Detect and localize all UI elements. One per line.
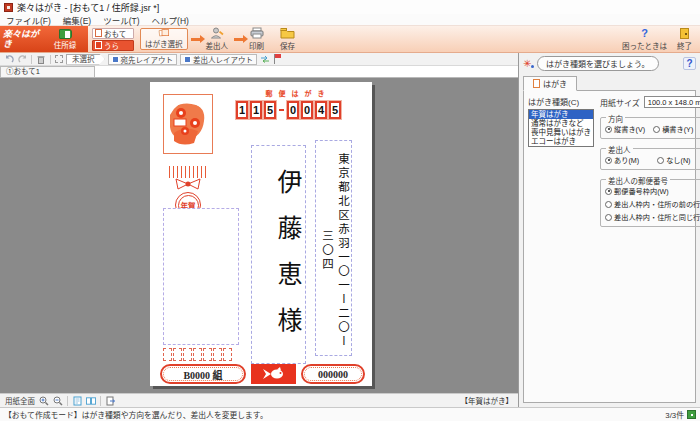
recipient-layout-button[interactable]: 宛先レイアウト — [108, 54, 178, 65]
fit-page-button[interactable]: 用紙全面 — [5, 395, 35, 406]
recipient-name-field[interactable]: 伊藤恵様 — [251, 145, 306, 364]
logo-block: 楽々はがき 住所録 — [0, 26, 88, 52]
radio-zip-frame[interactable]: 郵便番号枠内(W) — [605, 186, 700, 196]
sender-layout-icon — [184, 56, 191, 63]
sender-button[interactable]: 差出人 — [201, 26, 234, 52]
radio-sender-yes[interactable]: あり(M) — [605, 155, 639, 165]
window-title: 楽々はがき - [おもて1 / 住所録.jsr *] — [17, 1, 159, 14]
postal-digit: 1 — [250, 101, 262, 119]
separator — [100, 396, 101, 406]
menu-file[interactable]: ファイル(F) — [6, 14, 51, 26]
hagaki-options-section: 用紙サイズ 100.0 x 148.0 mm 方向 縦書き(V) 横書き(Y) — [600, 96, 700, 397]
zoom-in-icon[interactable] — [39, 396, 49, 406]
recipient-layout-icon — [112, 56, 119, 63]
panel-help-icon[interactable]: ? — [683, 57, 696, 70]
stamp-fringe-icon — [169, 166, 207, 178]
select-hagaki-button[interactable]: はがき選択 — [140, 28, 188, 50]
panel-body: はがき種類(C) 年賀はがき 通常はがきなど 喪中見舞いはがき エコーはがき 用… — [523, 90, 696, 403]
separator — [50, 55, 51, 64]
tab-front-1[interactable]: ①おもて1 — [0, 66, 95, 77]
flow-arrow-icon — [191, 38, 200, 41]
document-tabs: ①おもて1 — [0, 66, 518, 78]
help-button[interactable]: ? 困ったときは — [617, 26, 672, 52]
workspace: 未選択 宛先レイアウト 差出人レイアウト ①おもて1 郵便はがき 1 — [0, 53, 700, 407]
menu-help[interactable]: ヘルプ(H) — [152, 14, 189, 26]
stamp-area — [163, 94, 213, 154]
radio-horizontal-writing[interactable]: 横書き(Y) — [653, 124, 693, 134]
radio-icon — [605, 201, 612, 208]
menu-tools[interactable]: ツール(T) — [103, 14, 139, 26]
address-book-button[interactable]: 住所録 — [42, 29, 88, 50]
postal-hyphen — [279, 109, 284, 111]
delete-icon[interactable] — [36, 54, 46, 64]
app-icon — [4, 3, 13, 12]
radio-icon — [605, 126, 612, 133]
main-toolbar: 楽々はがき 住所録 おもて うら はがき選択 差出人 — [0, 26, 700, 53]
radio-zip-before-address[interactable]: 差出人枠内・住所の前の行(B) — [605, 199, 700, 209]
sender-postal-box — [193, 348, 202, 361]
radio-icon — [657, 157, 664, 164]
sender-layout-button[interactable]: 差出人レイアウト — [180, 54, 257, 65]
flag-icon[interactable] — [273, 54, 282, 64]
radio-icon — [605, 214, 612, 221]
exit-button[interactable]: 終了 — [672, 26, 700, 52]
sender-postal-box — [183, 348, 192, 361]
front-page-icon — [95, 29, 102, 37]
list-item[interactable]: 年賀はがき — [529, 110, 593, 119]
export-page-icon[interactable] — [105, 396, 115, 406]
selection-frame-icon[interactable] — [55, 55, 63, 63]
paper-size-label: 用紙サイズ — [600, 97, 640, 108]
list-item[interactable]: 喪中見舞いはがき — [529, 128, 593, 137]
radio-zip-same-line[interactable]: 差出人枠内・住所と同じ行(J) — [605, 212, 700, 222]
radio-icon — [605, 188, 612, 195]
sender-person-icon — [210, 27, 224, 39]
list-item[interactable]: エコーはがき — [529, 137, 593, 146]
canvas[interactable]: 郵便はがき 1 1 5 0 0 4 5 — [0, 78, 518, 393]
separator — [67, 396, 68, 406]
selection-state: 未選択 — [66, 54, 105, 65]
hagaki-type-label: はがき種類(C) — [528, 96, 594, 107]
help-icon: ? — [641, 28, 648, 39]
page-view-icon[interactable] — [72, 396, 82, 406]
undo-icon[interactable] — [4, 54, 14, 64]
postal-digit: 0 — [301, 101, 313, 119]
sparkle-icon — [523, 58, 534, 69]
list-item[interactable]: 通常はがきなど — [529, 119, 593, 128]
redo-icon[interactable] — [17, 54, 27, 64]
sender-postal-box — [223, 348, 232, 361]
front-back-toggle: おもて うら — [88, 26, 138, 52]
save-button[interactable]: 保存 — [275, 26, 300, 52]
radio-sender-no[interactable]: なし(N) — [657, 155, 690, 165]
tab-hagaki[interactable]: はがき — [523, 76, 577, 91]
zoom-bar: 用紙全面 【年賀はがき】 — [0, 393, 518, 407]
hagaki-select-icon — [156, 29, 172, 37]
sender-postal-box — [163, 348, 172, 361]
guide-message: はがき種類を選びましょう。 — [537, 56, 659, 71]
hagaki-type-listbox[interactable]: 年賀はがき 通常はがきなど 喪中見舞いはがき エコーはがき — [528, 109, 594, 147]
printer-icon — [250, 27, 264, 39]
postcard-preview[interactable]: 郵便はがき 1 1 5 0 0 4 5 — [150, 82, 372, 386]
radio-vertical-writing[interactable]: 縦書き(V) — [605, 124, 645, 134]
two-page-view-icon[interactable] — [86, 396, 96, 406]
app-logo: 楽々はがき — [0, 29, 42, 49]
direction-group: 方向 縦書き(V) 横書き(Y) 横置き(P) — [600, 117, 700, 139]
postal-digit: 4 — [315, 101, 327, 119]
back-page-icon — [95, 41, 102, 49]
sender-group: 差出人 あり(M) なし(N) — [600, 148, 700, 170]
radio-icon — [605, 157, 612, 164]
sender-postal-code-boxes[interactable] — [163, 348, 232, 361]
recipient-address-field[interactable]: 東京都北区赤羽一〇一ー二〇ー三〇四 — [315, 140, 352, 356]
hagaki-type-indicator: 【年賀はがき】 — [461, 395, 514, 406]
exit-door-icon — [680, 28, 689, 39]
back-button[interactable]: うら — [92, 40, 134, 51]
swap-icon[interactable] — [260, 54, 270, 64]
lottery-number-right: 000000 — [301, 364, 365, 384]
sender-postal-box — [213, 348, 222, 361]
sender-area-field[interactable] — [163, 208, 239, 345]
goldfish-icon — [261, 367, 287, 381]
front-button[interactable]: おもて — [92, 28, 134, 39]
recipient-postal-code[interactable]: 1 1 5 0 0 4 5 — [236, 101, 341, 119]
settings-panel: はがき種類を選びましょう。 ? はがき はがき種類(C) 年賀はがき 通常はがき… — [518, 53, 700, 407]
zoom-out-icon[interactable] — [53, 396, 63, 406]
menu-edit[interactable]: 編集(E) — [63, 14, 91, 26]
